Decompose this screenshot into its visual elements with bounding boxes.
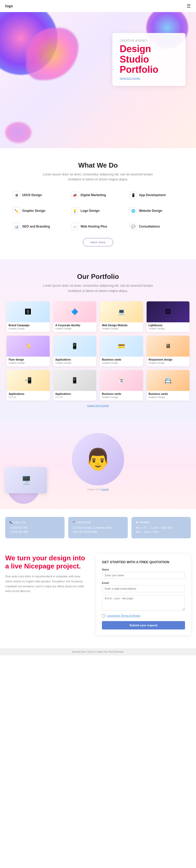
form-tagline: We turn your design into a live Nicepage…: [5, 554, 88, 594]
portfolio-thumbnail: 🃏: [100, 370, 143, 391]
portfolio-item[interactable]: 🃏 Business cards Graphic Design: [100, 370, 143, 401]
hero-image-credit: Image from Freepik: [120, 77, 178, 80]
portfolio-item[interactable]: 💻 Web Design Website Graphic Design: [100, 301, 143, 332]
terms-checkbox[interactable]: [102, 614, 105, 617]
portfolio-item[interactable]: 🅱 Brand Campaign Graphic Design: [6, 301, 50, 332]
contact-card-text: 121 Rock Street, 21 Avenue, NewYork, NY …: [72, 526, 123, 534]
portfolio-item[interactable]: 🖼 Lightboxes Graphic Design: [147, 301, 190, 332]
name-form-group: Name: [102, 568, 185, 579]
portfolio-image-credit: Images from Freepik: [5, 404, 191, 407]
portfolio-item-title: Web Design Website: [102, 324, 141, 327]
portfolio-item-title: Business cards: [102, 358, 141, 361]
person-avatar: 👨: [72, 433, 124, 486]
service-item: ✏️ Graphic Design: [12, 206, 68, 216]
header: logo ☰: [0, 0, 196, 12]
submit-button[interactable]: Submit your request: [102, 621, 185, 629]
name-label: Name: [102, 568, 185, 571]
portfolio-item-title: Responsive design: [149, 358, 188, 361]
service-icon: 💬: [130, 223, 137, 230]
portfolio-item-title: Brand Campaign: [9, 324, 47, 327]
portfolio-item-category: UI / UX: [55, 396, 94, 399]
service-name: Digital Marketing: [80, 193, 106, 197]
services-title: What We Do: [10, 161, 186, 169]
contact-card-text: 1 (234) 567-8911 (234) 987-654: [9, 526, 61, 534]
services-description: Lorem ipsum dolor sit amet, consectetur …: [40, 172, 156, 182]
terms-link[interactable]: Terms of Service: [121, 614, 140, 617]
portfolio-item[interactable]: 📲 Applications UI / UX: [6, 370, 50, 401]
service-item: 🖥 UI/UX Design: [12, 190, 68, 200]
terms-label: I accept the Terms of Service: [107, 614, 140, 617]
portfolio-item-category: Graphic Design: [149, 396, 188, 399]
portfolio-item-category: Graphic Design: [149, 327, 188, 330]
portfolio-info: Applications UI / UX: [53, 391, 96, 401]
portfolio-thumbnail: 🖼: [147, 301, 190, 322]
portfolio-grid: 🅱 Brand Campaign Graphic Design 🔷 A Corp…: [6, 301, 190, 401]
portfolio-info: Responsive design Graphic Design: [147, 356, 190, 366]
contact-card-text: Mon – Fri … 11 am – 8 pm; Sat,Sun … 6 am…: [135, 526, 187, 534]
portfolio-item[interactable]: 📱 Applications UI / UX: [53, 370, 96, 401]
portfolio-freepik-link[interactable]: Freepik: [101, 404, 109, 407]
portfolio-thumbnail: 📱: [53, 370, 96, 391]
services-grid: 🖥 UI/UX Design 📣 Digital Marketing 📱 App…: [12, 190, 184, 232]
contact-card-title: 📍 LOCATION: [72, 521, 123, 524]
portfolio-title: Our Portfolio: [5, 273, 191, 281]
message-form-group: [102, 595, 185, 612]
menu-icon[interactable]: ☰: [187, 3, 191, 9]
portfolio-item-title: Applications: [55, 393, 94, 395]
hero-subtitle: CREATIVE AGENCY: [120, 39, 178, 42]
learn-more-button[interactable]: learn more: [83, 238, 113, 246]
portfolio-info: Business cards Graphic Design: [147, 391, 190, 401]
hero-title: Design Studio Portfolio: [120, 44, 178, 75]
service-icon: ☁️: [71, 223, 78, 230]
contact-card-title: 📞 CALL US: [9, 521, 61, 524]
service-item: 💡 Logo Design: [70, 206, 126, 216]
person-freepik-link[interactable]: Freepik: [101, 488, 109, 491]
hero-blob-4: [5, 122, 31, 143]
hero-card: CREATIVE AGENCY Design Studio Portfolio …: [112, 33, 186, 86]
contact-title-text: CALL US: [13, 521, 26, 524]
form-tagline-desc: Duis aute irure dolor in reprehenderit i…: [5, 574, 88, 594]
portfolio-item-category: Graphic Design: [55, 327, 94, 330]
email-form-group: Email: [102, 582, 185, 592]
email-input[interactable]: [102, 585, 185, 592]
portfolio-info: Lightboxes Graphic Design: [147, 322, 190, 332]
portfolio-info: Flyer design Graphic Design: [6, 356, 50, 366]
portfolio-item[interactable]: ✨ Flyer design Graphic Design: [6, 336, 50, 366]
person-image-credit: Images from Freepik: [5, 488, 191, 491]
portfolio-item[interactable]: 📱 Applications Graphic Design: [53, 336, 96, 366]
portfolio-info: Business cards Graphic Design: [100, 356, 143, 366]
portfolio-item-category: Graphic Design: [102, 362, 141, 364]
service-icon: 🌐: [130, 207, 137, 214]
form-tagline-title: We turn your design into a live Nicepage…: [5, 554, 88, 570]
quotation-form-box: GET STARTED WITH A FREE QUOTATION Name E…: [96, 554, 191, 635]
portfolio-item[interactable]: 🖥 Responsive design Graphic Design: [147, 336, 190, 366]
service-name: Web Hosting Plus: [80, 225, 107, 228]
portfolio-item-title: Business cards: [102, 393, 141, 395]
what-we-do-section: What We Do Lorem ipsum dolor sit amet, c…: [0, 148, 196, 259]
service-name: Website Design: [139, 209, 162, 213]
contact-card: 📞 CALL US 1 (234) 567-8911 (234) 987-654: [5, 517, 65, 538]
service-item: 📣 Digital Marketing: [70, 190, 126, 200]
portfolio-item[interactable]: 📇 Business cards Graphic Design: [147, 370, 190, 401]
service-item: 📱 App Development: [128, 190, 184, 200]
contact-title-text: HOURS: [140, 521, 150, 524]
portfolio-thumbnail: 🖥: [147, 336, 190, 356]
service-name: App Development: [139, 193, 166, 197]
service-item: 🌐 Website Design: [128, 206, 184, 216]
portfolio-item[interactable]: 💳 Business cards Graphic Design: [100, 336, 143, 366]
contact-cards: 📞 CALL US 1 (234) 567-8911 (234) 987-654…: [5, 517, 191, 538]
portfolio-section: Our Portfolio Lorem ipsum dolor sit amet…: [0, 259, 196, 420]
portfolio-thumbnail: 💳: [100, 336, 143, 356]
portfolio-item-title: Lightboxes: [149, 324, 188, 327]
message-textarea[interactable]: [102, 595, 185, 611]
name-input[interactable]: [102, 572, 185, 579]
portfolio-item-category: Graphic Design: [9, 327, 47, 330]
contact-icon: 📞: [9, 521, 12, 524]
service-icon: 📣: [71, 191, 78, 199]
portfolio-item[interactable]: 🔷 A Corporate Identity Graphic Design: [53, 301, 96, 332]
freepik-link[interactable]: Freepik: [132, 77, 140, 80]
service-name: UI/UX Design: [22, 193, 42, 197]
service-icon: 🖥: [13, 191, 20, 199]
portfolio-item-category: Graphic Design: [102, 396, 141, 399]
portfolio-description: Lorem ipsum dolor sit amet, consectetur …: [40, 283, 156, 293]
